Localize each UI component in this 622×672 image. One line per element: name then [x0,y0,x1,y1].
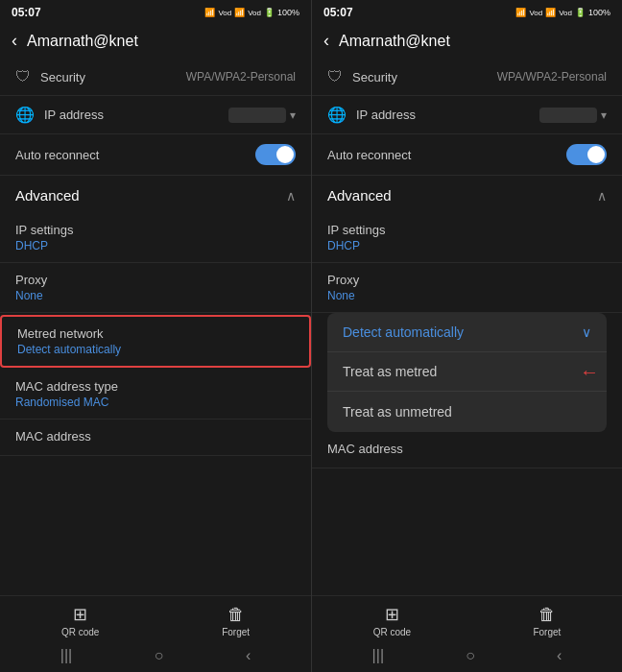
dropdown-item-treat-unmetred[interactable]: Treat as unmetred [327,392,607,432]
red-arrow-icon: ← [580,361,599,383]
header-right: ‹ Amarnath@knet [312,23,622,59]
auto-reconnect-row-right: Auto reconnect [312,134,622,176]
home-btn-right[interactable]: ○ [466,647,475,664]
advanced-chevron-left: ∧ [286,188,296,204]
ip-chevron-right: ▾ [601,108,607,122]
content-left: 🛡 Security WPA/WPA2-Personal 🌐 IP addres… [0,59,311,595]
mac-address-block-left: MAC address [0,420,311,456]
dropdown-item-detect-auto[interactable]: Detect automatically ∨ [327,313,607,352]
mac-address-block-right: MAC address [312,432,622,468]
auto-reconnect-toggle-right[interactable] [566,144,607,165]
bottom-nav-left: ⊞ QR code 🗑 Forget [0,595,311,641]
ip-left-right: 🌐 IP address [327,106,416,124]
back-btn-right[interactable]: ‹ [557,647,562,664]
forget-button-left[interactable]: 🗑 Forget [222,605,250,637]
ip-value-masked-left [228,108,286,123]
back-btn-left[interactable]: ‹ [246,647,251,664]
ip-chevron-left: ▾ [290,108,296,122]
mac-address-label-left: MAC address [15,429,296,444]
ip-settings-block-right[interactable]: IP settings DHCP [312,213,622,263]
signal-text-right: Vod [529,9,542,17]
back-button-left[interactable]: ‹ [12,31,17,51]
dropdown-item-treat-metred[interactable]: Treat as metred ← [327,352,607,392]
metered-network-block-left[interactable]: Metred network Detect automatically [0,315,311,368]
signal-bars-right: 📶 [545,8,556,17]
battery-icon: 🔋 [264,8,275,17]
ip-left-left: 🌐 IP address [15,106,104,124]
dropdown-option2-text: Treat as unmetred [343,404,452,420]
system-nav-right: ||| ○ ‹ [312,641,622,672]
status-bar-left: 05:07 📶 Vod 📶 Vod 🔋 100% [0,0,311,23]
advanced-section-right[interactable]: Advanced ∧ [312,176,622,213]
advanced-chevron-right: ∧ [597,188,607,204]
ip-settings-value-right: DHCP [327,239,607,252]
forget-button-right[interactable]: 🗑 Forget [533,605,561,637]
mac-type-value-left: Randomised MAC [15,396,296,409]
security-row-left: 🛡 Security WPA/WPA2-Personal [0,59,311,96]
proxy-label-left: Proxy [15,273,296,287]
ip-row-right[interactable]: 🌐 IP address ▾ [312,96,622,134]
proxy-block-right[interactable]: Proxy None [312,263,622,313]
forget-label-right: Forget [533,627,561,637]
security-row-right: 🛡 Security WPA/WPA2-Personal [312,59,622,96]
auto-reconnect-toggle-left[interactable] [255,144,296,165]
menu-btn-left[interactable]: ||| [60,647,72,664]
metered-label-left: Metred network [17,326,294,341]
status-icons-right: 📶 Vod 📶 Vod 🔋 100% [515,8,610,17]
mac-address-label-right: MAC address [327,442,607,456]
home-btn-left[interactable]: ○ [155,647,164,664]
qr-code-button-left[interactable]: ⊞ QR code [61,604,99,637]
status-bar-right: 05:07 📶 Vod 📶 Vod 🔋 100% [312,0,622,23]
signal-text2-right: Vod [559,9,572,17]
forget-label-left: Forget [222,627,250,637]
menu-btn-right[interactable]: ||| [372,647,384,664]
metered-value-left: Detect automatically [17,343,294,356]
security-left-right: 🛡 Security [327,68,397,85]
proxy-block-left[interactable]: Proxy None [0,263,311,313]
header-title-right: Amarnath@knet [339,33,450,50]
ip-settings-value-left: DHCP [15,239,296,252]
ip-settings-block-left[interactable]: IP settings DHCP [0,213,311,263]
system-nav-left: ||| ○ ‹ [0,641,311,672]
battery-icon-right: 🔋 [575,8,586,17]
auto-reconnect-label-right: Auto reconnect [327,148,411,162]
qr-label-right: QR code [373,627,411,637]
security-label-left: Security [40,70,85,84]
trash-icon-right: 🗑 [538,605,556,625]
ip-label-right: IP address [356,108,416,122]
auto-reconnect-label-left: Auto reconnect [15,148,99,162]
dropdown-option1-text: Treat as metred [343,364,437,379]
status-icons-left: 📶 Vod 📶 Vod 🔋 100% [204,8,299,17]
qr-code-button-right[interactable]: ⊞ QR code [373,604,411,637]
battery-pct-right: 100% [588,8,610,17]
proxy-value-right: None [327,289,607,302]
header-title-left: Amarnath@knet [27,33,138,50]
wifi-icon-right: 📶 [515,8,526,17]
ip-settings-label-right: IP settings [327,223,607,237]
auto-reconnect-row-left: Auto reconnect [0,134,311,176]
dropdown-selected-row: Detect automatically ∨ [343,324,591,340]
advanced-section-left[interactable]: Advanced ∧ [0,176,311,213]
bottom-nav-right: ⊞ QR code 🗑 Forget [312,595,622,641]
proxy-value-left: None [15,289,296,302]
dropdown-selected-text: Detect automatically [343,324,464,340]
globe-icon-left: 🌐 [15,106,35,124]
back-button-right[interactable]: ‹ [323,31,329,51]
qr-icon-left: ⊞ [73,604,87,625]
ip-settings-label-left: IP settings [15,223,296,237]
wifi-icon: 📶 [204,8,215,17]
trash-icon-left: 🗑 [227,605,245,625]
right-panel: 05:07 📶 Vod 📶 Vod 🔋 100% ‹ Amarnath@knet… [311,0,622,672]
ip-right-left: ▾ [228,108,296,123]
security-value-right: WPA/WPA2-Personal [497,70,607,84]
mac-type-block-left[interactable]: MAC address type Randomised MAC [0,370,311,420]
mac-type-label-left: MAC address type [15,379,296,394]
qr-icon-right: ⊞ [385,604,399,625]
ip-row-left[interactable]: 🌐 IP address ▾ [0,96,311,134]
shield-icon-right: 🛡 [327,68,343,85]
signal-bars: 📶 [234,8,245,17]
status-time-right: 05:07 [323,6,353,19]
signal-text2: Vod [248,9,261,17]
ip-right-right: ▾ [539,108,607,123]
content-right: 🛡 Security WPA/WPA2-Personal 🌐 IP addres… [312,59,622,595]
